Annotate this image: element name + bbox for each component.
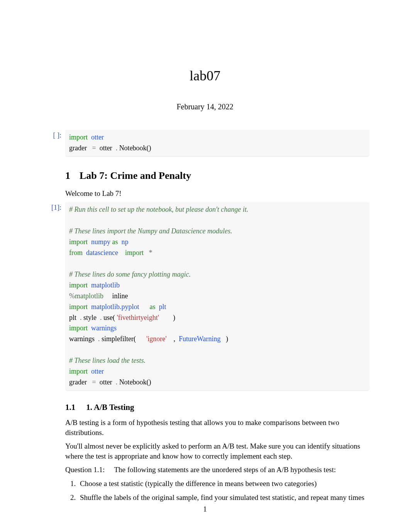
page-title: lab07 — [41, 68, 369, 84]
section-title: Lab 7: Crime and Penalty — [80, 170, 191, 181]
code-line: # Run this cell to set up the notebook, … — [69, 204, 366, 215]
question-text: The following statements are the unorder… — [114, 466, 336, 474]
subsection-number: 1.1 — [65, 403, 75, 412]
code-line: warnings . simplefilter( 'ignore' , Futu… — [69, 334, 366, 345]
ordered-list: Choose a test statistic (typically the d… — [78, 479, 366, 502]
list-item: Choose a test statistic (typically the d… — [78, 479, 366, 489]
code-cell: [1]: # Run this cell to set up the noteb… — [41, 202, 369, 391]
code-line: plt . style . use( 'fivethirtyeight' ) — [69, 313, 366, 323]
code-line: %matplotlib inline — [69, 291, 366, 302]
cell-prompt: [1]: — [41, 202, 65, 212]
code-line: import warnings — [69, 323, 366, 334]
code-line: # These lines load the tests. — [69, 355, 366, 366]
page-number: 1 — [0, 505, 410, 513]
code-line: import otter — [69, 132, 366, 143]
code-line: # These lines import the Numpy and Datas… — [69, 226, 366, 237]
code-line: import matplotlib — [69, 280, 366, 291]
code-line: import matplotlib.pyplot as plt — [69, 302, 366, 313]
section-heading: 1Lab 7: Crime and Penalty — [65, 170, 366, 182]
welcome-text: Welcome to Lab 7! — [65, 189, 366, 199]
question-label: Question 1.1: — [65, 466, 105, 474]
code-cell: [ ]: import ottergrader = otter . Notebo… — [41, 130, 369, 157]
document-date: February 14, 2022 — [41, 102, 369, 111]
cell-prompt: [ ]: — [41, 130, 65, 139]
subsection-title: 1. A/B Testing — [86, 403, 134, 412]
question-line: Question 1.1:The following statements ar… — [65, 465, 366, 475]
code-line: # These lines do some fancy plotting mag… — [69, 269, 366, 280]
code-line: import otter — [69, 366, 366, 377]
code-line: from datascience import * — [69, 248, 366, 258]
subsection-heading: 1.11. A/B Testing — [65, 403, 366, 412]
code-line: grader = otter . Notebook() — [69, 143, 366, 154]
code-line: grader = otter . Notebook() — [69, 377, 366, 388]
section-number: 1 — [65, 170, 70, 181]
code-line: import numpy as np — [69, 237, 366, 248]
cell-body: import ottergrader = otter . Notebook() — [65, 130, 369, 157]
body-paragraph: A/B testing is a form of hypothesis test… — [65, 418, 366, 437]
list-item: Shuffle the labels of the original sampl… — [78, 493, 366, 503]
body-paragraph: You'll almost never be explicitly asked … — [65, 441, 366, 461]
document-page: lab07 February 14, 2022 [ ]: import otte… — [0, 0, 410, 502]
cell-body: # Run this cell to set up the notebook, … — [65, 202, 369, 391]
